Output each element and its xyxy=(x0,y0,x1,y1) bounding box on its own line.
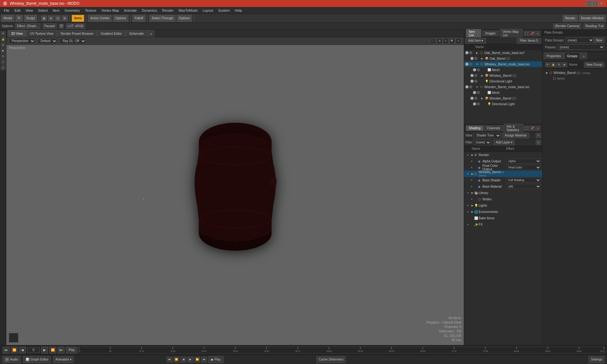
perspective-select[interactable]: Perspective xyxy=(9,38,35,44)
footer-play-rev[interactable]: ◀ xyxy=(181,357,186,362)
vp-maximize-btn[interactable]: ⛶ xyxy=(430,38,436,44)
menu-render[interactable]: Render xyxy=(160,8,176,13)
shading-item[interactable]: ● ⬡ Nodes xyxy=(464,196,542,202)
vp-settings-btn[interactable]: ⚙ xyxy=(437,38,442,44)
tl-next-btn[interactable]: ⏩ xyxy=(49,347,56,354)
tree-arrow[interactable]: ▶ xyxy=(470,204,474,207)
opt-icon1[interactable]: 🎬 xyxy=(59,24,64,28)
footer-next[interactable]: ⏩ xyxy=(194,357,200,362)
render-camera-dropdown[interactable]: (Render Camera) xyxy=(553,23,581,29)
menu-dynamics[interactable]: Dynamics xyxy=(139,8,160,13)
paused-dropdown[interactable]: Paused xyxy=(43,23,57,29)
tab-channels[interactable]: Channels xyxy=(484,125,503,131)
tree-arrow[interactable]: ▼ xyxy=(475,86,479,88)
group-icon-btn-2[interactable]: 🔒 xyxy=(551,62,556,67)
shading-item[interactable]: ● ◆ Base Shader Full Shading xyxy=(464,177,542,183)
shading-item[interactable]: ● ▶ ⚙ Render xyxy=(464,152,542,158)
tool-icon-2[interactable]: ⊞ xyxy=(48,15,54,21)
shading-item[interactable]: ● ▶ ⬡ Whiskey_Barrel (2 (Item) xyxy=(464,171,542,177)
vis-eye[interactable]: ● xyxy=(465,153,470,156)
vis-eye[interactable]: ● xyxy=(465,191,470,194)
tool-icon-3[interactable]: ⊟ xyxy=(55,15,61,21)
shading-item[interactable]: ● ◆ Base Material (all) xyxy=(464,183,542,190)
items-button[interactable]: Items xyxy=(72,15,84,22)
lock-dot[interactable] xyxy=(474,74,477,77)
tab-vertex-map-list[interactable]: Vertex Map List xyxy=(500,29,523,38)
vis-dot[interactable] xyxy=(470,57,474,60)
lock-dot[interactable] xyxy=(469,63,472,66)
group-icon-btn-3[interactable]: ⚙ xyxy=(556,62,561,67)
strip-btn-4[interactable]: ▶ xyxy=(1,48,6,53)
list-item[interactable]: 💡 Directional Light xyxy=(464,101,542,107)
shading-more-btn[interactable]: ≡ xyxy=(535,126,540,131)
vis-eye[interactable]: ● xyxy=(469,179,474,182)
tab-render-preset[interactable]: Render Preset Browser xyxy=(57,30,97,37)
tab-3d-view[interactable]: 3D View xyxy=(8,30,26,37)
list-item[interactable]: 💡 Directional Light xyxy=(464,78,542,84)
passes-select[interactable]: (none) xyxy=(558,44,604,50)
vis-dot[interactable] xyxy=(470,74,474,77)
add-item-button[interactable]: Add Item ▾ xyxy=(465,38,486,44)
tool-icon-1[interactable]: ▣ xyxy=(41,15,47,21)
lock-dot[interactable] xyxy=(469,85,472,88)
menu-geometry[interactable]: Geometry xyxy=(62,8,82,13)
menu-texture[interactable]: Texture xyxy=(83,8,99,13)
strip-btn-2[interactable]: 🔒 xyxy=(1,37,6,42)
menu-item[interactable]: Item xyxy=(50,8,62,13)
tree-arrow[interactable]: ▶ xyxy=(470,154,474,156)
strip-btn-7[interactable]: ◎ xyxy=(1,65,6,70)
vis-eye[interactable]: ● xyxy=(465,223,470,226)
tab-schematic[interactable]: Schematic xyxy=(126,30,148,37)
tab-item-list[interactable]: Item List xyxy=(466,29,481,38)
tree-arrow[interactable]: ▶ xyxy=(470,191,474,194)
shading-select[interactable]: Default xyxy=(38,38,57,44)
menu-file[interactable]: File xyxy=(1,8,12,13)
assign-material-button[interactable]: Assign Material xyxy=(502,133,529,138)
tl-prev-start-btn[interactable]: ⏮ xyxy=(3,347,9,354)
tl-play-reverse-btn[interactable]: ◀ xyxy=(19,347,26,354)
vis-dot[interactable] xyxy=(470,80,474,83)
footer-play-button[interactable]: ▶ Play xyxy=(208,356,224,363)
close-button[interactable]: ✕ xyxy=(599,1,604,6)
tab-groups[interactable]: Groups xyxy=(564,52,580,59)
new-group-button[interactable]: New Group xyxy=(584,62,604,68)
shading-item[interactable]: ● ▶ 🌐 Environments xyxy=(464,209,542,215)
shading-pin-btn[interactable]: 📌 xyxy=(530,126,535,131)
effect-dropdown[interactable]: Effect: (Shadi... xyxy=(15,23,40,29)
vis-eye[interactable]: ● xyxy=(465,172,470,175)
vis-eye[interactable]: ● xyxy=(465,204,470,207)
menu-system[interactable]: System xyxy=(216,8,232,13)
tl-play-forward-btn[interactable]: ▶ xyxy=(41,347,48,354)
play-button[interactable]: Play xyxy=(66,347,77,354)
tree-arrow[interactable]: ▶ xyxy=(545,71,549,74)
render-button[interactable]: Render xyxy=(563,15,578,22)
tree-arrow[interactable]: ▼ xyxy=(475,63,479,66)
vis-dot[interactable] xyxy=(473,102,476,106)
vis-eye[interactable]: ● xyxy=(469,160,474,163)
cache-deformers-button[interactable]: Cache Deformers xyxy=(316,356,346,363)
lut-dropdown[interactable]: LUT: sRGB xyxy=(66,23,85,29)
select-through-button[interactable]: Select Through xyxy=(150,15,175,22)
model-button[interactable]: Model xyxy=(1,15,14,22)
strip-btn-5[interactable]: ⟲ xyxy=(1,54,6,59)
menu-animate[interactable]: Animate xyxy=(121,8,139,13)
options3-button[interactable]: Options xyxy=(177,15,192,22)
list-item[interactable]: ▶ 📦 Wooden_Barrel (2) xyxy=(464,95,542,101)
shading-item[interactable]: ⬜ Bake Items xyxy=(464,215,542,221)
list-item[interactable]: ▼ ⬡ Whiskey_Barrel_modo_base.lxo xyxy=(464,61,542,67)
filter-items-button[interactable]: Filter Items S xyxy=(517,38,541,44)
list-item[interactable]: ▼ ⬡ Wooden_Barrel_modo_base.lxo xyxy=(464,84,542,90)
shading-item[interactable]: ● ◈ Alpha Output Alpha xyxy=(464,158,542,164)
shading-item[interactable]: ● ▶ 📚 Library xyxy=(464,190,542,196)
props-add-button[interactable]: + xyxy=(580,52,587,59)
vis-dot[interactable] xyxy=(465,63,469,66)
shading-expand-btn[interactable]: ⛶ xyxy=(524,126,529,131)
base-material-effect-select[interactable]: (all) xyxy=(506,184,541,189)
animated-button[interactable]: Animated ▾ xyxy=(53,356,73,363)
action-center-button[interactable]: Action Center xyxy=(88,15,112,22)
footer-prev[interactable]: ⏪ xyxy=(174,357,179,362)
item-list-content[interactable]: ▶ ⬡ Oak_Barrel_modo_base.lxo* ▶ 📦 Oak_Ba… xyxy=(464,50,542,124)
vis-dot[interactable] xyxy=(470,97,474,100)
vis-dot[interactable] xyxy=(465,85,469,88)
base-shader-effect-select[interactable]: Full Shading xyxy=(506,178,541,183)
